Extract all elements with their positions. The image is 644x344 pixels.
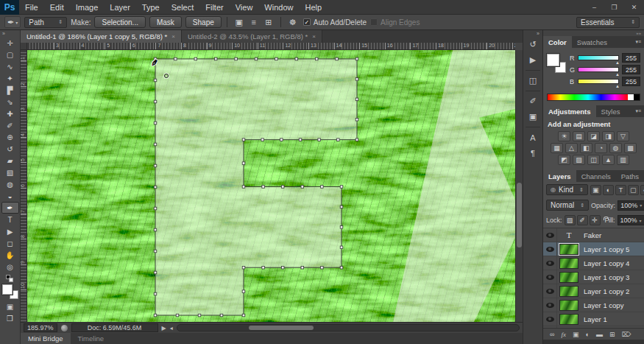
screen-mode-icon[interactable]: ❒ [1,312,19,324]
path-anchor-point[interactable] [299,138,302,141]
menu-select[interactable]: Select [166,0,200,14]
eraser-tool[interactable]: ▰ [1,155,19,166]
auto-add-delete-option[interactable]: ✓ Auto Add/Delete [303,18,367,27]
path-anchor-point[interactable] [242,186,245,189]
brightness-contrast-icon[interactable]: ☀ [558,131,570,141]
path-anchor-point[interactable] [242,266,245,269]
eye-icon[interactable] [546,317,554,322]
path-anchor-point[interactable] [336,57,339,60]
layer-name[interactable]: Layer 1 copy 3 [584,273,629,281]
lock-transparency-icon[interactable]: ▨ [565,215,576,225]
visibility-cell[interactable] [543,298,557,312]
eye-icon[interactable] [546,247,554,252]
invert-icon[interactable]: ◩ [558,155,570,165]
path-anchor-point[interactable] [214,57,217,60]
visibility-cell[interactable] [543,242,557,256]
path-anchor-point[interactable] [198,314,201,317]
layer-row[interactable]: Layer 1 [543,312,644,326]
tab-close-icon[interactable]: × [171,33,175,40]
close-button[interactable]: ✕ [624,0,644,14]
filter-smart-objects-icon[interactable]: ◈ [640,185,644,195]
slider-thumb-icon[interactable]: ▲ [615,72,620,77]
link-layers-icon[interactable]: ∞ [550,331,554,338]
path-anchor-point[interactable] [355,118,358,121]
path-anchor-point[interactable] [154,292,157,295]
gradient-map-icon[interactable]: ▥ [617,155,629,165]
layer-thumbnail-cell[interactable] [557,272,581,283]
curves-icon[interactable]: ◪ [587,131,600,141]
layer-name[interactable]: Layer 1 copy 5 [584,245,629,253]
doc-size-info[interactable]: Doc: 6.59M/45.6M [71,323,158,332]
tab-layers[interactable]: Layers [543,170,576,182]
vertical-scrollbar-thumb[interactable] [517,183,522,248]
layer-thumbnail[interactable] [559,286,578,297]
make-selection-button[interactable]: Selection... [94,16,145,28]
levels-icon[interactable]: ▤ [573,131,585,141]
green-channel-value[interactable]: 255 [622,65,640,74]
path-anchor-point[interactable] [242,290,245,293]
visibility-cell[interactable] [543,228,557,242]
fill-field[interactable]: 100% ▾ [618,215,644,225]
eye-icon[interactable] [546,261,554,266]
ruler-corner[interactable] [21,43,27,50]
swap-colors-icon[interactable] [6,275,15,282]
tab-channels[interactable]: Channels [576,170,616,182]
adjustment-layer-icon[interactable]: ◐ [585,331,589,338]
path-anchor-point[interactable] [340,206,343,208]
path-anchor-point[interactable] [340,186,343,189]
blue-channel-value[interactable]: 255 [622,77,640,86]
lasso-tool[interactable]: ∿ [1,60,19,72]
lock-position-icon[interactable]: ✛ [590,215,601,225]
gear-icon[interactable]: ☸ [286,16,300,28]
make-mask-button[interactable]: Mask [149,16,182,28]
path-anchor-point[interactable] [315,57,318,60]
path-anchor-point[interactable] [154,250,157,253]
blend-mode-select[interactable]: Normal ⇕ [546,200,589,211]
minimize-button[interactable]: – [584,0,604,14]
marquee-tool[interactable]: ▢ [1,49,19,60]
path-anchor-point[interactable] [242,314,245,317]
tool-mode-select[interactable]: Path ⇕ [24,17,67,28]
hand-tool[interactable]: ✋ [1,249,19,261]
tab-adjustments[interactable]: Adjustments [543,105,596,117]
path-anchor-point[interactable] [275,57,278,60]
blur-tool[interactable]: ◍ [1,178,19,190]
horizontal-scrollbar-thumb[interactable] [249,326,314,330]
move-tool[interactable]: ✛ [1,37,19,49]
layer-row[interactable]: TFaker [543,228,644,242]
delete-layer-icon[interactable]: ⌦ [621,331,631,338]
vertical-scrollbar[interactable] [515,50,523,322]
hue-saturation-icon[interactable]: ▦ [551,143,563,153]
layer-thumbnail-cell[interactable] [557,258,581,269]
tab-paths[interactable]: Paths [616,170,644,182]
path-anchor-point[interactable] [154,122,157,124]
character-icon[interactable]: A [525,130,541,144]
layer-thumbnail-cell[interactable]: T [557,231,581,239]
color-panel-swatches[interactable] [547,54,566,73]
foreground-color-swatch[interactable] [547,54,559,66]
photo-filter-icon[interactable]: ◔ [595,143,607,153]
path-anchor-point[interactable] [355,78,358,81]
quick-mask-icon[interactable]: ▣ [1,301,19,312]
path-anchor-point[interactable] [321,186,324,189]
menu-type[interactable]: Type [136,0,166,14]
layer-thumbnail[interactable] [559,258,578,269]
path-anchor-point[interactable] [318,138,321,141]
layer-row[interactable]: Layer 1 copy [543,298,644,312]
panels-collapse-bar[interactable]: »» [543,30,644,36]
path-selection-tool[interactable]: ▶ [1,225,19,237]
tab-color[interactable]: Color [543,36,572,48]
tab-mini-bridge[interactable]: Mini Bridge [21,333,71,344]
layer-name[interactable]: Layer 1 [584,315,607,323]
path-anchor-point[interactable] [242,162,245,165]
new-group-icon[interactable]: ▬ [596,331,603,338]
menu-filter[interactable]: Filter [199,0,229,14]
path-anchor-point[interactable] [301,186,304,189]
layer-filter-kind-select[interactable]: ◎ Kind ⇕ [546,184,588,195]
layer-thumbnail[interactable] [559,244,578,255]
document-tab[interactable]: Untitled-1 @ 186% (Layer 1 copy 5, RGB/8… [21,30,182,43]
status-menu-arrow-icon[interactable]: ▶ [162,325,166,331]
path-anchor-point[interactable] [262,266,265,269]
path-anchor-point[interactable] [281,266,284,269]
layer-row[interactable]: Layer 1 copy 3 [543,270,644,284]
